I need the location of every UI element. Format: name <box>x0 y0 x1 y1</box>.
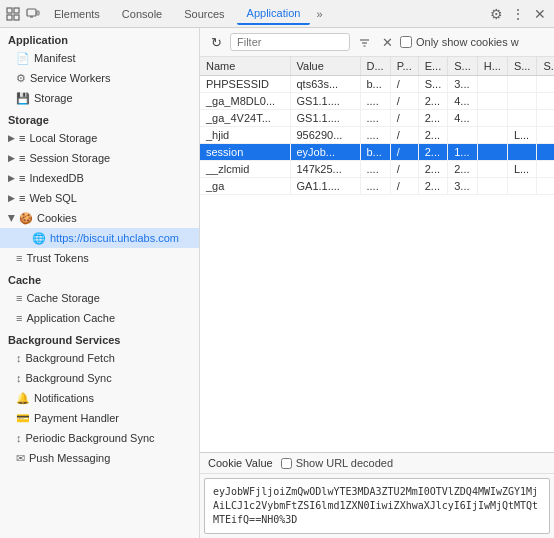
table-row[interactable]: __zlcmid147k25......./2...2...L...M... <box>200 161 554 178</box>
notifications-icon: 🔔 <box>16 392 30 405</box>
col-expires[interactable]: E... <box>418 57 448 76</box>
sidebar-section-bg-services: Background Services <box>0 328 199 348</box>
sidebar-item-trust-tokens[interactable]: ≡ Trust Tokens <box>0 248 199 268</box>
sidebar-item-manifest[interactable]: 📄 Manifest <box>0 48 199 68</box>
sidebar-item-storage-app[interactable]: 💾 Storage <box>0 88 199 108</box>
storage-app-icon: 💾 <box>16 92 30 105</box>
tab-elements[interactable]: Elements <box>44 4 110 24</box>
periodic-bg-sync-icon: ↕ <box>16 432 22 444</box>
cookie-value-panel: Cookie Value Show URL decoded eyJobWFjlj… <box>200 452 554 538</box>
cookie-value-text: eyJobWFjljoiZmQwODlwYTE3MDA3ZTU2MmI0OTVl… <box>204 478 550 534</box>
content-area: ↻ ✕ Only show cookies w Name Value <box>200 28 554 538</box>
only-show-label: Only show cookies w <box>416 36 519 48</box>
clear-filter-button[interactable]: ✕ <box>378 33 396 51</box>
filter-settings-icon[interactable] <box>354 32 374 52</box>
sidebar-section-storage: Storage <box>0 108 199 128</box>
svg-rect-0 <box>7 8 12 13</box>
sidebar-item-app-cache[interactable]: ≡ Application Cache <box>0 308 199 328</box>
sidebar-section-cache: Cache <box>0 268 199 288</box>
sidebar-item-cache-storage[interactable]: ≡ Cache Storage <box>0 288 199 308</box>
sidebar-section-application: Application <box>0 28 199 48</box>
col-path[interactable]: P... <box>390 57 418 76</box>
session-storage-icon: ≡ <box>19 152 25 164</box>
col-size[interactable]: S... <box>448 57 478 76</box>
sidebar: Application 📄 Manifest ⚙ Service Workers… <box>0 28 200 538</box>
main-area: Application 📄 Manifest ⚙ Service Workers… <box>0 28 554 538</box>
manifest-icon: 📄 <box>16 52 30 65</box>
tab-sources[interactable]: Sources <box>174 4 234 24</box>
table-row[interactable]: _ga_M8DL0...GS1.1......../2...4...M... <box>200 93 554 110</box>
cache-storage-icon: ≡ <box>16 292 22 304</box>
svg-rect-5 <box>37 11 39 15</box>
device-icon[interactable] <box>24 5 42 23</box>
bg-sync-icon: ↕ <box>16 372 22 384</box>
table-row[interactable]: _gaGA1.1......../2...3...M... <box>200 178 554 195</box>
payment-handler-icon: 💳 <box>16 412 30 425</box>
svg-rect-2 <box>7 15 12 20</box>
top-bar: Elements Console Sources Application » ⚙… <box>0 0 554 28</box>
sidebar-item-payment-handler[interactable]: 💳 Payment Handler <box>0 408 199 428</box>
col-name[interactable]: Name <box>200 57 290 76</box>
local-storage-triangle: ▶ <box>8 133 15 143</box>
sidebar-item-indexeddb[interactable]: ▶ ≡ IndexedDB <box>0 168 199 188</box>
local-storage-icon: ≡ <box>19 132 25 144</box>
col-value[interactable]: Value <box>290 57 360 76</box>
show-url-decoded-label[interactable]: Show URL decoded <box>281 457 393 469</box>
cookie-value-header: Cookie Value Show URL decoded <box>200 453 554 474</box>
cookies-icon: 🍪 <box>19 212 33 225</box>
col-domain[interactable]: D... <box>360 57 390 76</box>
cookies-triangle: ▶ <box>7 215 17 222</box>
app-cache-icon: ≡ <box>16 312 22 324</box>
only-show-checkbox[interactable] <box>400 36 412 48</box>
cookies-url-icon: 🌐 <box>32 232 46 245</box>
sidebar-item-cookies[interactable]: ▶ 🍪 Cookies <box>0 208 199 228</box>
table-row[interactable]: _hjid956290......./2...L...M... <box>200 127 554 144</box>
sidebar-item-push-messaging[interactable]: ✉ Push Messaging <box>0 448 199 468</box>
table-row[interactable]: _ga_4V24T...GS1.1......../2...4...M... <box>200 110 554 127</box>
bg-fetch-icon: ↕ <box>16 352 22 364</box>
close-devtools-icon[interactable]: ✕ <box>530 4 550 24</box>
table-row[interactable]: PHPSESSIDqts63s...b.../S...3...M... <box>200 76 554 93</box>
indexeddb-icon: ≡ <box>19 172 25 184</box>
sidebar-item-session-storage[interactable]: ▶ ≡ Session Storage <box>0 148 199 168</box>
sidebar-item-notifications[interactable]: 🔔 Notifications <box>0 388 199 408</box>
filter-input[interactable] <box>230 33 350 51</box>
cookie-table-wrapper[interactable]: Name Value D... P... E... S... H... S...… <box>200 57 554 452</box>
settings-icon[interactable]: ⚙ <box>486 4 506 24</box>
sidebar-item-bg-fetch[interactable]: ↕ Background Fetch <box>0 348 199 368</box>
service-workers-icon: ⚙ <box>16 72 26 85</box>
col-httponly[interactable]: H... <box>477 57 507 76</box>
indexeddb-triangle: ▶ <box>8 173 15 183</box>
cookie-table: Name Value D... P... E... S... H... S...… <box>200 57 554 195</box>
cookie-toolbar: ↻ ✕ Only show cookies w <box>200 28 554 57</box>
inspect-icon[interactable] <box>4 5 22 23</box>
trust-tokens-icon: ≡ <box>16 252 22 264</box>
push-messaging-icon: ✉ <box>16 452 25 465</box>
sidebar-item-web-sql[interactable]: ▶ ≡ Web SQL <box>0 188 199 208</box>
tab-console[interactable]: Console <box>112 4 172 24</box>
col-samesite[interactable]: S... <box>537 57 554 76</box>
sidebar-item-periodic-bg-sync[interactable]: ↕ Periodic Background Sync <box>0 428 199 448</box>
tab-application[interactable]: Application <box>237 3 311 25</box>
cookie-value-title: Cookie Value <box>208 457 273 469</box>
sidebar-item-cookies-url[interactable]: 🌐 https://biscuit.uhclabs.com <box>0 228 199 248</box>
sidebar-item-bg-sync[interactable]: ↕ Background Sync <box>0 368 199 388</box>
svg-rect-3 <box>14 15 19 20</box>
session-storage-triangle: ▶ <box>8 153 15 163</box>
web-sql-triangle: ▶ <box>8 193 15 203</box>
web-sql-icon: ≡ <box>19 192 25 204</box>
svg-rect-4 <box>27 9 36 16</box>
col-secure[interactable]: S... <box>507 57 537 76</box>
sidebar-item-local-storage[interactable]: ▶ ≡ Local Storage <box>0 128 199 148</box>
more-options-icon[interactable]: ⋮ <box>508 4 528 24</box>
svg-rect-1 <box>14 8 19 13</box>
show-url-decoded-checkbox[interactable] <box>281 458 292 469</box>
refresh-button[interactable]: ↻ <box>206 32 226 52</box>
more-tabs-button[interactable]: » <box>312 6 326 22</box>
sidebar-item-service-workers[interactable]: ⚙ Service Workers <box>0 68 199 88</box>
table-header-row: Name Value D... P... E... S... H... S...… <box>200 57 554 76</box>
table-row[interactable]: sessioneyJob...b.../2...1...M... <box>200 144 554 161</box>
